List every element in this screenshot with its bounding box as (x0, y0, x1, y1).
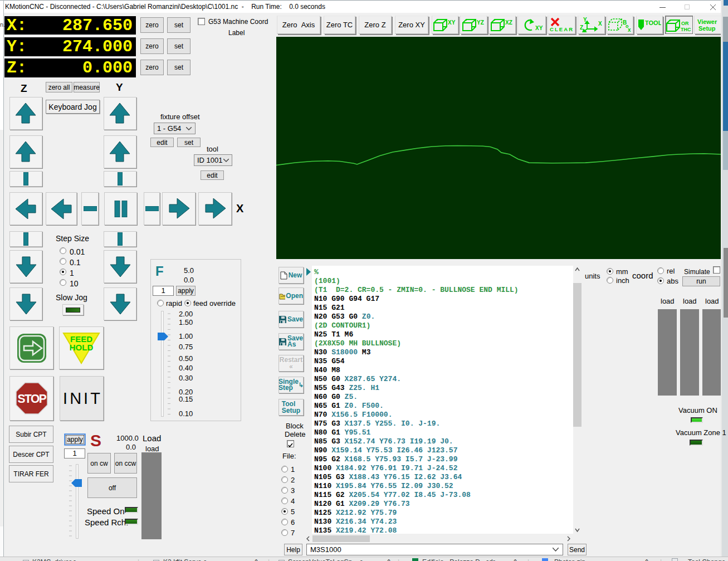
svg-text:OR: OR (681, 21, 689, 26)
svg-text:STOP: STOP (17, 392, 46, 406)
svg-text:Viewer: Viewer (697, 18, 717, 25)
svg-text:Y: Y (583, 17, 587, 23)
svg-text:Z: Z (580, 25, 583, 31)
svg-text:XY: XY (448, 19, 456, 26)
svg-text:XZ: XZ (505, 19, 512, 26)
svg-text:Setup: Setup (698, 25, 716, 32)
svg-text:CLEAR: CLEAR (550, 26, 573, 32)
svg-text:XY: XY (535, 25, 543, 31)
svg-text:YZ: YZ (477, 19, 484, 26)
svg-text:x: x (628, 27, 631, 32)
svg-text:THC: THC (681, 27, 691, 32)
svg-text:TOOL: TOOL (645, 19, 661, 26)
svg-text:HOLD: HOLD (70, 343, 94, 352)
svg-text:X: X (598, 21, 602, 27)
